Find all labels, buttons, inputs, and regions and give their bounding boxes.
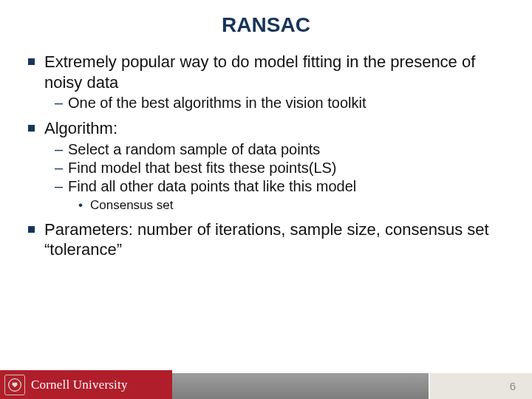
footer-mid-bar — [172, 373, 429, 399]
sub-item: Find model that best fits these points(L… — [55, 159, 511, 177]
slide-title: RANSAC — [21, 13, 511, 37]
sub-sub-list: Consensus set — [68, 197, 511, 214]
sub-text: Find all other data points that like thi… — [68, 178, 356, 194]
brand-text: Cornell University — [31, 378, 128, 392]
bullet-text: Extremely popular way to do model fittin… — [44, 52, 475, 92]
cornell-seal-icon — [4, 375, 25, 395]
bullet-list: Extremely popular way to do model fittin… — [21, 52, 511, 260]
footer-right-block: 6 — [429, 373, 532, 399]
bullet-item: Parameters: number of iterations, sample… — [28, 219, 511, 260]
sub-item: Find all other data points that like thi… — [55, 177, 511, 214]
footer-brand-block: Cornell University — [0, 370, 172, 399]
sub-item: One of the best algorithms in the vision… — [55, 94, 511, 112]
page-number: 6 — [510, 380, 516, 392]
sub-sub-text: Consensus set — [90, 198, 173, 212]
sub-text: Find model that best fits these points(L… — [68, 160, 337, 176]
slide: RANSAC Extremely popular way to do model… — [0, 0, 532, 399]
sub-text: One of the best algorithms in the vision… — [68, 95, 366, 111]
footer: Cornell University 6 — [0, 366, 532, 399]
bullet-item: Extremely popular way to do model fittin… — [28, 52, 511, 112]
bullet-text: Algorithm: — [44, 119, 117, 137]
sub-list: Select a random sample of data points Fi… — [44, 140, 511, 214]
sub-sub-item: Consensus set — [78, 197, 511, 214]
sub-list: One of the best algorithms in the vision… — [44, 94, 511, 112]
sub-item: Select a random sample of data points — [55, 140, 511, 159]
bullet-text: Parameters: number of iterations, sample… — [44, 220, 489, 259]
sub-text: Select a random sample of data points — [68, 141, 320, 157]
bullet-item: Algorithm: Select a random sample of dat… — [28, 118, 511, 214]
